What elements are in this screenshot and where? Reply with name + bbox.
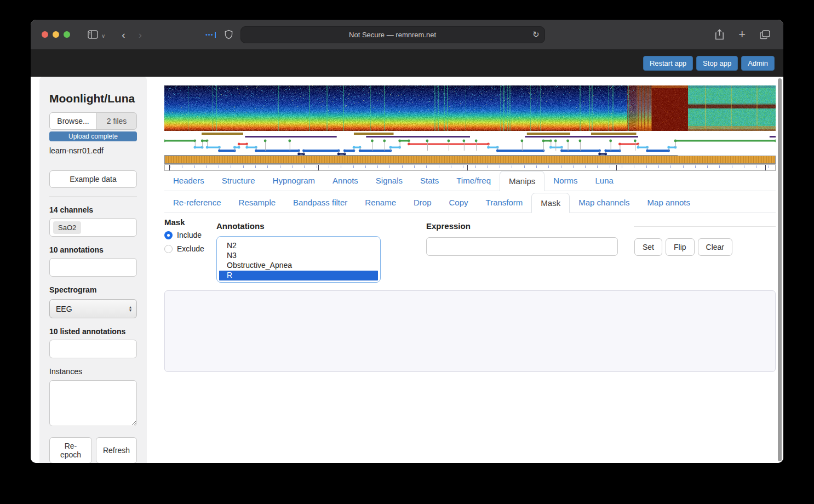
traffic-lights [42, 31, 70, 38]
app-navbar: Restart app Stop app Admin [31, 49, 783, 77]
chevron-down-icon[interactable]: ∨ [101, 33, 105, 39]
tab-annots[interactable]: Annots [324, 171, 367, 191]
loaded-file-name: learn-nsrr01.edf [49, 146, 137, 155]
listed-annotations-label: 10 listed annotations [49, 327, 137, 336]
subtab-bandpass-filter[interactable]: Bandpass filter [284, 193, 356, 213]
subtab-re-reference[interactable]: Re-reference [164, 193, 230, 213]
subtab-drop[interactable]: Drop [405, 193, 440, 213]
app-title: Moonlight/Luna [49, 92, 137, 105]
tab-stats[interactable]: Stats [411, 171, 448, 191]
results-panel [164, 290, 776, 372]
tab-norms[interactable]: Norms [544, 171, 586, 191]
listbox-option-selected[interactable]: R [219, 271, 378, 280]
manips-subtabs: Re-reference Resample Bandpass filter Re… [164, 193, 776, 213]
expression-input-field[interactable] [427, 238, 617, 255]
sidebar-toggle-icon[interactable] [88, 30, 98, 39]
browse-button[interactable]: Browse... [50, 113, 97, 129]
annotations-label: 10 annotations [49, 245, 137, 254]
tab-group-icon[interactable]: ••• [205, 31, 216, 38]
annotations-listbox[interactable]: N2 N3 Obstructive_Apnea R [216, 236, 381, 283]
spectrogram-label: Spectrogram [49, 285, 137, 294]
new-tab-button[interactable]: + [738, 27, 746, 42]
instances-textarea[interactable] [49, 380, 137, 426]
listbox-option[interactable]: N3 [219, 251, 378, 261]
share-icon[interactable] [715, 29, 724, 40]
page-content: Moonlight/Luna Browse... 2 files Upload … [31, 77, 783, 463]
exclude-radio[interactable] [164, 245, 173, 253]
close-window-button[interactable] [42, 31, 48, 38]
include-radio[interactable] [164, 231, 173, 239]
sleep-overview-canvas[interactable] [164, 85, 776, 171]
file-upload-control: Browse... 2 files [49, 112, 137, 130]
stop-app-button[interactable]: Stop app [696, 56, 738, 71]
tab-overview-icon[interactable] [760, 30, 770, 39]
instances-label: Instances [49, 367, 137, 376]
subtab-copy[interactable]: Copy [440, 193, 477, 213]
desktop-background: ∨ ‹ › ••• Not Secure — remnrem.net ↻ + [0, 0, 814, 504]
include-radio-row[interactable]: Include [164, 231, 202, 239]
expression-input[interactable] [426, 237, 618, 256]
subtab-mask[interactable]: Mask [531, 193, 570, 213]
zoom-window-button[interactable] [64, 31, 70, 38]
subtab-resample[interactable]: Resample [230, 193, 285, 213]
subtab-map-annots[interactable]: Map annots [639, 193, 699, 213]
listbox-option[interactable]: Obstructive_Apnea [219, 261, 378, 271]
address-bar-text: Not Secure — remnrem.net [349, 31, 436, 39]
exclude-radio-label: Exclude [177, 244, 204, 253]
spectrogram-select[interactable]: EEG ▴▾ [49, 299, 137, 318]
listed-annotations-input[interactable] [49, 340, 137, 358]
back-button[interactable]: ‹ [122, 30, 125, 40]
restart-app-button[interactable]: Restart app [643, 56, 693, 71]
annotations-list-label: Annotations [216, 221, 265, 231]
refresh-button[interactable]: Refresh [96, 437, 137, 463]
upload-progress-bar: Upload complete [49, 131, 137, 141]
exclude-radio-row[interactable]: Exclude [164, 244, 204, 253]
flip-button[interactable]: Flip [666, 238, 695, 256]
tab-hypnogram[interactable]: Hypnogram [264, 171, 324, 191]
browser-window: ∨ ‹ › ••• Not Secure — remnrem.net ↻ + [31, 20, 783, 463]
reload-icon[interactable]: ↻ [532, 30, 540, 39]
sidebar-divider [49, 196, 137, 197]
forward-button[interactable]: › [139, 30, 142, 40]
tab-luna[interactable]: Luna [587, 171, 622, 191]
channels-label: 14 channels [49, 205, 137, 214]
listbox-option[interactable]: N2 [219, 241, 378, 251]
files-count-label: 2 files [97, 113, 136, 129]
tab-headers[interactable]: Headers [164, 171, 213, 191]
annotations-select-input[interactable] [49, 258, 137, 277]
example-data-button[interactable]: Example data [49, 170, 137, 188]
expression-label: Expression [426, 221, 471, 231]
minimize-window-button[interactable] [53, 31, 59, 38]
main-tabs: Headers Structure Hypnogram Annots Signa… [164, 171, 776, 191]
select-stepper-icon: ▴▾ [129, 306, 131, 312]
channels-select-input[interactable]: SaO2 [49, 218, 137, 237]
tab-manips[interactable]: Manips [500, 171, 544, 191]
clear-button[interactable]: Clear [698, 238, 732, 256]
tab-signals[interactable]: Signals [367, 171, 411, 191]
spectrogram-select-value: EEG [56, 305, 72, 313]
set-button[interactable]: Set [634, 238, 662, 256]
subtab-rename[interactable]: Rename [356, 193, 405, 213]
address-bar[interactable]: Not Secure — remnrem.net ↻ [240, 26, 545, 43]
tab-timefreq[interactable]: Time/freq [448, 171, 500, 191]
subtab-map-channels[interactable]: Map channels [570, 193, 638, 213]
subtab-transform[interactable]: Transform [477, 193, 532, 213]
re-epoch-button[interactable]: Re-epoch [49, 437, 92, 463]
tab-structure[interactable]: Structure [213, 171, 264, 191]
shield-icon[interactable] [225, 30, 233, 39]
sidebar: Moonlight/Luna Browse... 2 files Upload … [39, 77, 147, 463]
browser-chrome: ∨ ‹ › ••• Not Secure — remnrem.net ↻ + [31, 20, 783, 49]
include-radio-label: Include [177, 231, 202, 239]
channel-chip[interactable]: SaO2 [53, 221, 81, 234]
admin-button[interactable]: Admin [741, 56, 775, 71]
mask-section-label: Mask [164, 217, 185, 227]
actions-divider [634, 226, 776, 227]
vertical-scrollbar[interactable] [778, 78, 782, 461]
main-content: Headers Structure Hypnogram Annots Signa… [164, 77, 776, 463]
